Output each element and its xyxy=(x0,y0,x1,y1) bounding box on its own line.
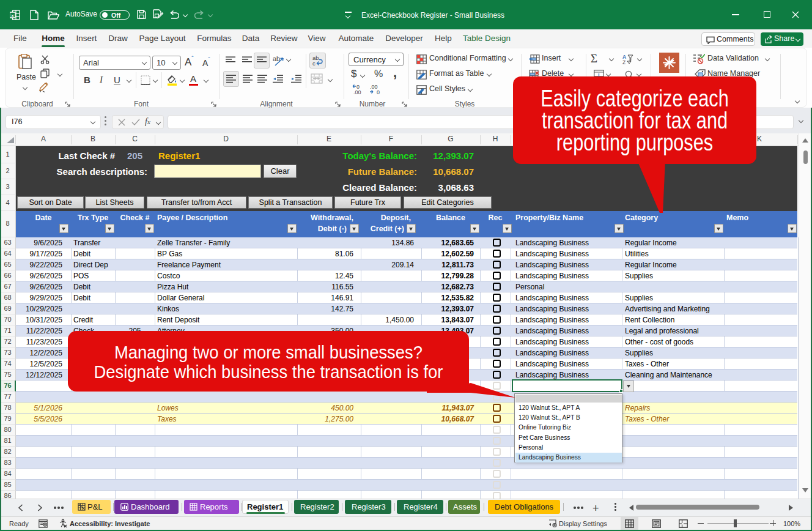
svg-text:x: x xyxy=(11,13,14,18)
svg-text:Z: Z xyxy=(622,59,626,65)
